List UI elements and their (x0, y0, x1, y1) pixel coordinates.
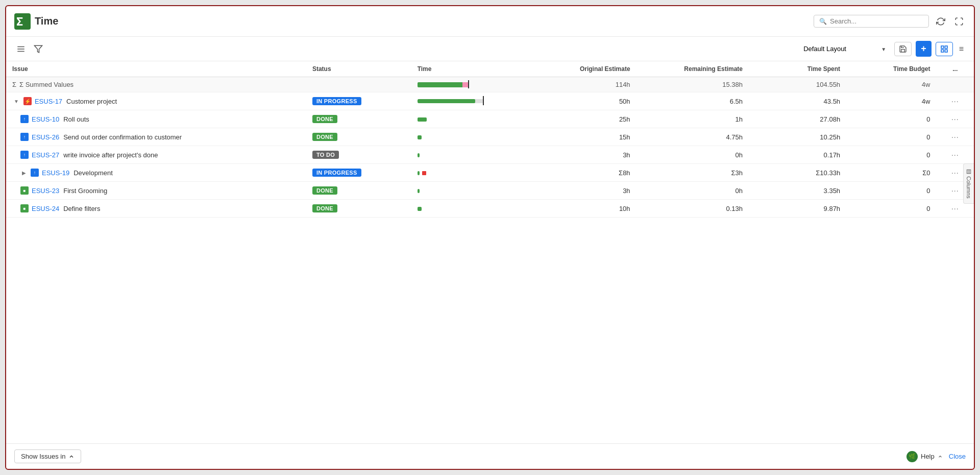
issue-link-esus10[interactable]: ESUS-10 (32, 115, 59, 123)
status-badge-esus10: DONE (312, 115, 337, 123)
toolbar: Default Layout Compact Layout Detailed L… (6, 37, 974, 61)
issue-content-esus19: ▶ ↑ ESUS-19 Development (20, 169, 300, 177)
save-icon (899, 45, 907, 53)
status-cell-esus19: IN PROGRESS (306, 164, 411, 182)
svg-rect-7 (945, 46, 947, 49)
issue-link-esus19[interactable]: ESUS-19 (42, 169, 69, 177)
more-esus26: ··· (936, 128, 974, 146)
summed-bar-green (418, 82, 462, 87)
issue-link-esus27[interactable]: ESUS-27 (32, 151, 59, 159)
expand-icon (954, 17, 964, 26)
layout-select-wrapper: Default Layout Compact Layout Detailed L… (798, 42, 890, 55)
issue-link-esus24[interactable]: ESUS-24 (32, 205, 59, 212)
logo-icon: Σ (14, 13, 31, 30)
issue-icon-esus19: ↑ (31, 169, 39, 177)
summed-budget: 4w (846, 77, 936, 92)
summed-label: Σ Summed Values (19, 81, 74, 88)
svg-rect-8 (941, 50, 944, 52)
more-btn-esus26[interactable]: ··· (948, 132, 962, 142)
status-badge-esus27: TO DO (312, 151, 339, 159)
more-esus17: ··· (936, 92, 974, 110)
refresh-button[interactable] (934, 15, 947, 28)
more-btn-esus19[interactable]: ··· (948, 168, 962, 178)
filter-button[interactable] (32, 42, 45, 56)
table-header-row: Issue Status Time Original Estimate Rema… (6, 61, 974, 77)
issue-content-esus10: ↑ ESUS-10 Roll outs (20, 115, 300, 123)
app-window: Σ Time 🔍 (5, 5, 975, 470)
status-cell-esus26: DONE (306, 128, 411, 146)
columns-panel-tab[interactable]: Columns (963, 163, 974, 204)
table-row: ↑ ESUS-27 write invoice after project's … (6, 146, 974, 164)
more-esus10: ··· (936, 110, 974, 128)
issue-title-esus26: Send out order confirmation to customer (63, 133, 182, 141)
spent-esus24: 9.87h (749, 200, 846, 218)
status-cell-esus23: DONE (306, 182, 411, 200)
issue-cell-esus19: ▶ ↑ ESUS-19 Development (6, 164, 306, 182)
search-box[interactable]: 🔍 (814, 15, 929, 28)
add-button[interactable]: + (916, 41, 932, 57)
issue-link-esus23[interactable]: ESUS-23 (32, 187, 59, 195)
view-toggle-button[interactable] (936, 42, 953, 56)
issue-content-esus26: ↑ ESUS-26 Send out order confirmation to… (20, 133, 300, 141)
original-esus10: 25h (539, 110, 636, 128)
status-cell-esus24: DONE (306, 200, 411, 218)
remaining-esus24: 0.13h (636, 200, 749, 218)
expand-esus19[interactable]: ▶ (20, 169, 28, 177)
time-bar-esus26 (418, 135, 422, 139)
status-badge-esus23: DONE (312, 186, 337, 195)
issue-cell-esus26: ↑ ESUS-26 Send out order confirmation to… (6, 128, 306, 146)
search-input[interactable] (830, 17, 923, 25)
header: Σ Time 🔍 (6, 6, 974, 37)
issue-link-esus17[interactable]: ESUS-17 (35, 98, 62, 105)
layout-select[interactable]: Default Layout Compact Layout Detailed L… (798, 42, 890, 55)
toolbar-left (14, 42, 45, 56)
issue-icon-esus26: ↑ (20, 133, 29, 141)
issue-link-esus26[interactable]: ESUS-26 (32, 133, 59, 141)
more-btn-esus27[interactable]: ··· (948, 150, 962, 160)
table-row: ↑ ESUS-10 Roll outs DONE 25h 1h 27.08h (6, 110, 974, 128)
time-cell-esus24 (411, 200, 539, 218)
issue-cell-esus17: ▼ ⚡ ESUS-17 Customer project (6, 92, 306, 110)
more-btn-esus17[interactable]: ··· (948, 96, 962, 106)
toolbar-right: Default Layout Compact Layout Detailed L… (798, 41, 966, 57)
expand-esus17[interactable]: ▼ (12, 98, 20, 105)
time-cell-esus26 (411, 128, 539, 146)
save-button[interactable] (894, 42, 912, 56)
spent-esus17: 43.5h (749, 92, 846, 110)
sigma-icon: Σ (12, 81, 16, 88)
status-cell-esus17: IN PROGRESS (306, 92, 411, 110)
remaining-esus26: 4.75h (636, 128, 749, 146)
show-issues-label: Show Issues in (21, 453, 65, 460)
remaining-esus10: 1h (636, 110, 749, 128)
time-bar-esus23 (418, 189, 420, 193)
issue-cell-esus23: ■ ESUS-23 First Grooming (6, 182, 306, 200)
budget-esus24: 0 (846, 200, 936, 218)
time-marker-esus17 (483, 96, 484, 105)
expand-button[interactable] (952, 15, 966, 28)
refresh-icon (936, 17, 945, 26)
original-esus27: 3h (539, 146, 636, 164)
status-cell-esus27: TO DO (306, 146, 411, 164)
budget-esus10: 0 (846, 110, 936, 128)
close-button[interactable]: Close (949, 453, 966, 460)
more-btn-esus10[interactable]: ··· (948, 114, 962, 124)
more-btn-esus24[interactable]: ··· (948, 203, 962, 213)
issue-title-esus17: Customer project (66, 98, 117, 105)
more-options-button[interactable]: ≡ (957, 42, 966, 56)
more-btn-esus23[interactable]: ··· (948, 185, 962, 196)
header-right: 🔍 (814, 15, 966, 28)
show-issues-button[interactable]: Show Issues in (14, 449, 81, 463)
summed-time-bar (418, 81, 484, 88)
time-cell-esus19 (411, 164, 539, 182)
svg-text:Σ: Σ (16, 15, 23, 28)
original-esus23: 3h (539, 182, 636, 200)
group-by-button[interactable] (14, 42, 28, 56)
svg-rect-6 (941, 46, 944, 49)
footer-left: Show Issues in (14, 449, 81, 463)
help-button[interactable]: 🌿 Help (906, 451, 943, 462)
svg-marker-5 (35, 45, 42, 53)
view-icon (940, 45, 948, 53)
issue-content-esus17: ▼ ⚡ ESUS-17 Customer project (12, 97, 300, 105)
issue-title-esus23: First Grooming (63, 187, 107, 195)
status-badge-esus17: IN PROGRESS (312, 97, 361, 105)
